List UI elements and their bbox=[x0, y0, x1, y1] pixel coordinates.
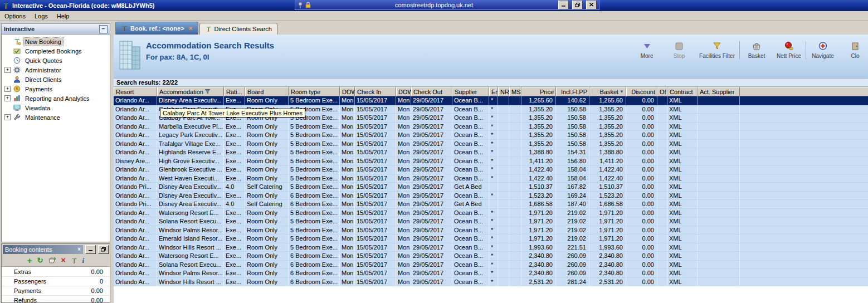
expand-plus-icon[interactable]: + bbox=[4, 114, 11, 120]
sidebar-item-direct-clients[interactable]: Direct Clients bbox=[2, 75, 110, 84]
table-row[interactable]: Orlando Ar...Windsor Hills Resort ...Exe… bbox=[114, 243, 868, 252]
delete-icon[interactable]: × bbox=[61, 257, 65, 264]
expand-plus-icon[interactable]: + bbox=[4, 67, 11, 73]
add-icon[interactable]: + bbox=[27, 257, 32, 265]
table-row[interactable]: Orlando Ar...Marbella Executive Pl...Exe… bbox=[114, 123, 868, 131]
navigate-button[interactable]: Navigate bbox=[807, 40, 839, 60]
col-discount[interactable]: Discount bbox=[626, 87, 657, 96]
table-row[interactable]: Orlando Ar...Watersong Resort E...Exe...… bbox=[114, 209, 868, 218]
cell-of bbox=[657, 217, 667, 226]
table-row[interactable]: Orlando Ar...Disney Area Executiv...Exe.… bbox=[114, 96, 868, 105]
col-room-type[interactable]: Room type bbox=[289, 87, 340, 96]
nett-price-button[interactable]: Nett Price bbox=[773, 40, 805, 60]
column-label: Accommodation bbox=[159, 89, 203, 95]
sidebar-item-reporting-and-analytics[interactable]: +Reporting and Analytics bbox=[2, 94, 110, 103]
menu-help[interactable]: Help bbox=[52, 12, 74, 21]
col-check-in[interactable]: Check In bbox=[355, 87, 396, 96]
col-board[interactable]: Board bbox=[245, 87, 289, 96]
booking-row[interactable]: Refunds0.00 bbox=[2, 296, 110, 302]
cell-act-supplier bbox=[698, 131, 740, 139]
tab-direct-clients-search[interactable]: Direct Clients Search bbox=[199, 23, 277, 35]
sidebar-item-quick-quotes[interactable]: Quick Quotes bbox=[2, 56, 110, 65]
table-row[interactable]: Orlando Ar...Highlands Reserve E...Exe..… bbox=[114, 148, 868, 157]
collapse-sidebar-button[interactable]: − bbox=[99, 25, 108, 33]
col-of[interactable]: Of bbox=[657, 87, 667, 96]
col-check-out[interactable]: Check Out bbox=[411, 87, 452, 96]
tab-book-ref-none[interactable]: Book. ref.: <none>× bbox=[115, 22, 198, 35]
panel-minimize-button[interactable] bbox=[85, 245, 96, 254]
table-row[interactable]: Orlando Ar...Watersong Resort E...Exe...… bbox=[114, 252, 868, 261]
col-basket[interactable]: Basket▼ bbox=[589, 87, 626, 96]
table-row[interactable]: Orlando Ar...Trafalgar Village Exe...Exe… bbox=[114, 140, 868, 149]
cell-room-type: 5 Bedroom Exe... bbox=[289, 183, 340, 191]
sidebar-item-new-booking[interactable]: New Booking bbox=[2, 37, 110, 46]
col-act-supplier[interactable]: Act. Supplier bbox=[698, 87, 740, 96]
cell-board: Room Only bbox=[245, 209, 289, 217]
col-resort[interactable]: Resort bbox=[114, 87, 157, 96]
basket-add-icon[interactable] bbox=[48, 257, 56, 264]
booking-row[interactable]: Payments0.00 bbox=[2, 286, 110, 296]
refresh-icon[interactable]: ↻ bbox=[37, 257, 43, 264]
booking-row[interactable]: Extras0.00 bbox=[2, 267, 110, 277]
panel-restore-button[interactable] bbox=[98, 245, 109, 254]
basket-button[interactable]: Basket bbox=[740, 40, 773, 60]
close-panel-icon[interactable]: × bbox=[77, 247, 81, 252]
col-dow[interactable]: DOW bbox=[396, 87, 411, 96]
col-nr[interactable]: NR bbox=[498, 87, 509, 96]
administrator-icon bbox=[13, 66, 21, 74]
table-row[interactable]: Orlando Pri...Disney Area Executiv...4.0… bbox=[114, 183, 868, 192]
table-row[interactable]: Orlando Ar...Disney Area Executiv...Exe.… bbox=[114, 192, 868, 201]
table-row[interactable]: Orlando Pri...Disney Area Executiv...4.0… bbox=[114, 200, 868, 209]
table-row[interactable]: Orlando Ar...Windsor Palms Resor...Exe..… bbox=[114, 226, 868, 235]
table-row[interactable]: Orlando Ar...Windsor Palms Resor...Exe..… bbox=[114, 269, 868, 278]
cell-rati: Exe... bbox=[224, 243, 245, 252]
more-button[interactable]: More bbox=[631, 40, 663, 60]
col-er[interactable]: Er bbox=[489, 87, 498, 96]
sidebar-item-payments[interactable]: +$Payments bbox=[2, 84, 110, 94]
table-row[interactable]: Orlando Ar...Solana Resort Execu...Exe..… bbox=[114, 261, 868, 270]
col-rati[interactable]: Rati... bbox=[224, 87, 245, 96]
col-incl-fl-pp[interactable]: Incl.Fl.PP bbox=[556, 87, 589, 96]
sidebar-item-administrator[interactable]: +Administrator bbox=[2, 65, 110, 75]
menu-options[interactable]: Options bbox=[0, 12, 30, 21]
cell-of bbox=[657, 200, 667, 208]
rdp-restore-button[interactable] bbox=[572, 1, 583, 9]
expand-plus-icon[interactable]: + bbox=[4, 95, 11, 101]
pin-icon[interactable] bbox=[298, 2, 303, 8]
cell-supplier: Get A Bed bbox=[452, 200, 489, 208]
rdp-close-button[interactable] bbox=[586, 1, 597, 9]
col-contract[interactable]: Contract bbox=[667, 87, 698, 96]
table-row[interactable]: Orlando Ar...Legacy Park Executiv...Exe.… bbox=[114, 131, 868, 140]
close-tab-icon[interactable]: × bbox=[189, 26, 193, 32]
table-row[interactable]: Orlando Ar...Glenbrook Executive ...Exe.… bbox=[114, 165, 868, 174]
menu-logs[interactable]: Logs bbox=[30, 12, 52, 21]
table-row[interactable]: Disney Are...High Grove Executiv...Exe..… bbox=[114, 157, 868, 166]
expand-plus-icon[interactable]: + bbox=[4, 86, 11, 92]
table-row[interactable]: Orlando Ar...Windsor Hills Resort ...Exe… bbox=[114, 278, 868, 287]
sidebar-item-viewdata[interactable]: Viewdata bbox=[2, 103, 110, 113]
cell-dow: Mon bbox=[396, 192, 411, 200]
table-row[interactable]: Orlando Ar...Solana Resort Execu...Exe..… bbox=[114, 217, 868, 226]
sidebar-item-completed-bookings[interactable]: Completed Bookings bbox=[2, 46, 110, 56]
cell-ms bbox=[509, 174, 521, 183]
clo-button[interactable]: Clo bbox=[839, 40, 868, 60]
info-icon[interactable]: i bbox=[82, 257, 85, 264]
col-ms[interactable]: MS bbox=[509, 87, 521, 96]
cell-discount: 0.00 bbox=[626, 269, 657, 277]
cell-incl-fl-pp: 158.04 bbox=[556, 165, 589, 174]
table-row[interactable]: Orlando Ar...West Haven Executi...Exe...… bbox=[114, 174, 868, 183]
facilities-filter-button[interactable]: Facilities Filter bbox=[695, 40, 739, 60]
col-supplier[interactable]: Supplier bbox=[452, 87, 489, 96]
cell-ms bbox=[509, 123, 521, 131]
rdp-minimize-button[interactable] bbox=[558, 1, 569, 9]
cell-nr bbox=[498, 243, 509, 252]
col-accommodation[interactable]: Accommodation bbox=[157, 87, 224, 96]
table-row[interactable]: Orlando Ar...Emerald Island Resor...Exe.… bbox=[114, 234, 868, 243]
booking-row[interactable]: Passengers0 bbox=[2, 277, 110, 286]
palm-icon[interactable] bbox=[71, 257, 77, 264]
col-price[interactable]: Price bbox=[521, 87, 556, 96]
column-filter-icon[interactable] bbox=[205, 89, 210, 94]
sidebar-item-maintenance[interactable]: +Maintenance bbox=[2, 113, 110, 122]
expander-spacer bbox=[4, 38, 11, 45]
col-dow[interactable]: DOW bbox=[340, 87, 355, 96]
